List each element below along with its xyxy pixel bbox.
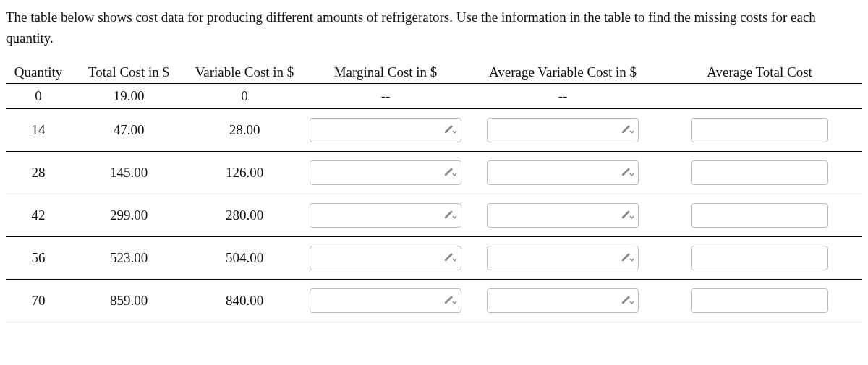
avg-total-cost-input[interactable] xyxy=(691,118,828,142)
col-header-avg-variable-cost: Average Variable Cost in $ xyxy=(469,61,657,84)
cell-total-cost: 145.00 xyxy=(71,152,187,194)
table-row: 28145.00126.00 xyxy=(6,152,862,194)
cell-quantity: 70 xyxy=(6,280,71,322)
table-row: 019.000---- xyxy=(6,84,862,109)
marginal-cost-input[interactable] xyxy=(310,160,461,185)
avg-variable-cost-input[interactable] xyxy=(487,288,639,313)
cell-variable-cost: 28.00 xyxy=(187,109,302,152)
cell-variable-cost: 126.00 xyxy=(187,152,302,194)
cell-marginal-cost xyxy=(302,152,469,194)
cell-quantity: 56 xyxy=(6,237,71,280)
col-header-variable-cost: Variable Cost in $ xyxy=(187,61,302,84)
cell-avg-variable-cost xyxy=(469,280,657,322)
cell-avg-total-cost xyxy=(657,84,862,109)
cell-avg-total-cost xyxy=(657,237,862,280)
avg-variable-cost-input[interactable] xyxy=(487,246,639,270)
marginal-cost-input[interactable] xyxy=(310,288,461,313)
cell-total-cost: 299.00 xyxy=(71,194,187,237)
cell-marginal-cost: -- xyxy=(302,84,469,109)
cell-variable-cost: 0 xyxy=(187,84,302,109)
cell-avg-variable-cost: -- xyxy=(469,84,657,109)
avg-variable-cost-input[interactable] xyxy=(487,203,639,228)
cell-avg-total-cost xyxy=(657,152,862,194)
cell-avg-variable-cost xyxy=(469,109,657,152)
cell-quantity: 28 xyxy=(6,152,71,194)
cell-total-cost: 47.00 xyxy=(71,109,187,152)
table-header-row: Quantity Total Cost in $ Variable Cost i… xyxy=(6,61,862,84)
table-row: 56523.00504.00 xyxy=(6,237,862,280)
table-row: 1447.0028.00 xyxy=(6,109,862,152)
cell-variable-cost: 280.00 xyxy=(187,194,302,237)
avg-total-cost-input[interactable] xyxy=(691,288,828,313)
cell-total-cost: 523.00 xyxy=(71,237,187,280)
avg-total-cost-input[interactable] xyxy=(691,160,828,185)
cell-avg-variable-cost xyxy=(469,152,657,194)
avg-variable-cost-input[interactable] xyxy=(487,118,639,142)
cell-quantity: 14 xyxy=(6,109,71,152)
cell-quantity: 42 xyxy=(6,194,71,237)
avg-variable-cost-input[interactable] xyxy=(487,160,639,185)
avg-total-cost-input[interactable] xyxy=(691,246,828,270)
cell-quantity: 0 xyxy=(6,84,71,109)
marginal-cost-input[interactable] xyxy=(310,203,461,228)
instructions-text: The table below shows cost data for prod… xyxy=(6,7,862,48)
cell-total-cost: 859.00 xyxy=(71,280,187,322)
cell-marginal-cost xyxy=(302,194,469,237)
cost-table: Quantity Total Cost in $ Variable Cost i… xyxy=(6,61,862,322)
avg-total-cost-input[interactable] xyxy=(691,203,828,228)
col-header-marginal-cost: Marginal Cost in $ xyxy=(302,61,469,84)
table-row: 42299.00280.00 xyxy=(6,194,862,237)
cell-avg-total-cost xyxy=(657,280,862,322)
cell-total-cost: 19.00 xyxy=(71,84,187,109)
cell-variable-cost: 840.00 xyxy=(187,280,302,322)
col-header-quantity: Quantity xyxy=(6,61,71,84)
marginal-cost-input[interactable] xyxy=(310,246,461,270)
cell-marginal-cost xyxy=(302,280,469,322)
cell-marginal-cost xyxy=(302,109,469,152)
cell-avg-total-cost xyxy=(657,194,862,237)
cell-avg-variable-cost xyxy=(469,194,657,237)
col-header-avg-total-cost: Average Total Cost xyxy=(657,61,862,84)
col-header-total-cost: Total Cost in $ xyxy=(71,61,187,84)
cell-marginal-cost xyxy=(302,237,469,280)
cell-avg-total-cost xyxy=(657,109,862,152)
table-row: 70859.00840.00 xyxy=(6,280,862,322)
marginal-cost-input[interactable] xyxy=(310,118,461,142)
cell-avg-variable-cost xyxy=(469,237,657,280)
cell-variable-cost: 504.00 xyxy=(187,237,302,280)
